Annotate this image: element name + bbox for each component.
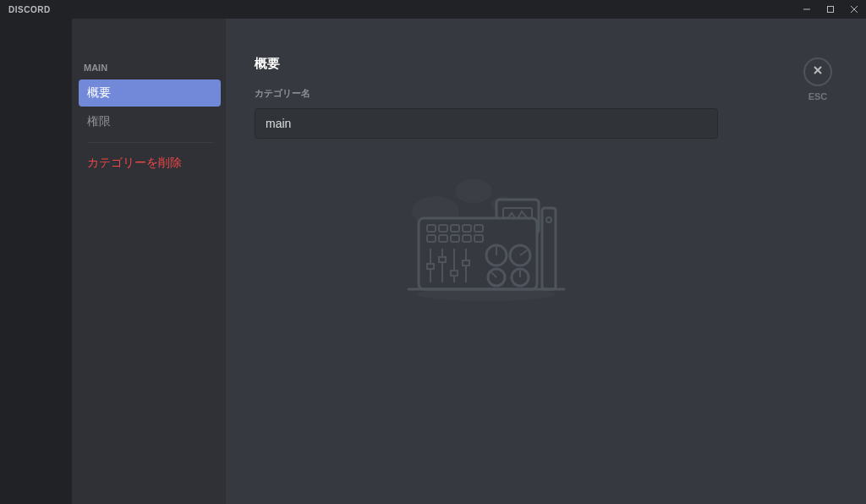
window-maximize-button[interactable] xyxy=(819,0,842,19)
window-minimize-button[interactable] xyxy=(795,0,819,19)
app-logo: DISCORD xyxy=(8,5,51,14)
category-name-input[interactable] xyxy=(255,108,718,139)
svg-rect-28 xyxy=(451,271,458,276)
category-name-label: カテゴリー名 xyxy=(255,87,815,100)
close-esc-label: ESC xyxy=(808,91,828,101)
empty-state-illustration xyxy=(255,176,718,303)
page-title: 概要 xyxy=(255,56,815,72)
sidebar-item-overview[interactable]: 概要 xyxy=(79,79,221,107)
sidebar-item-delete-category[interactable]: カテゴリーを削除 xyxy=(79,150,221,177)
svg-rect-24 xyxy=(427,264,434,269)
sidebar-section-header: MAIN xyxy=(72,58,226,78)
svg-rect-13 xyxy=(427,225,436,232)
svg-rect-20 xyxy=(451,235,459,242)
svg-rect-15 xyxy=(451,225,459,232)
svg-rect-16 xyxy=(463,225,471,232)
settings-sidebar: MAIN 概要 権限 カテゴリーを削除 xyxy=(72,19,226,504)
svg-rect-18 xyxy=(427,235,436,242)
sidebar-separator xyxy=(87,142,214,143)
svg-rect-22 xyxy=(474,235,483,242)
settings-content: 概要 カテゴリー名 xyxy=(226,19,866,504)
svg-rect-26 xyxy=(439,257,446,262)
svg-rect-30 xyxy=(463,260,469,266)
close-icon xyxy=(811,63,825,80)
svg-rect-19 xyxy=(439,235,447,242)
svg-point-4 xyxy=(455,179,492,203)
svg-rect-14 xyxy=(439,225,447,232)
svg-rect-1 xyxy=(828,7,834,13)
left-gutter xyxy=(0,19,72,504)
sidebar-item-label: 権限 xyxy=(87,114,111,128)
svg-rect-21 xyxy=(463,235,471,242)
window-close-button[interactable] xyxy=(842,0,866,19)
svg-rect-17 xyxy=(474,225,483,232)
close-button[interactable] xyxy=(803,58,832,86)
svg-rect-8 xyxy=(542,208,556,289)
sidebar-item-label: 概要 xyxy=(87,85,111,99)
sidebar-item-label: カテゴリーを削除 xyxy=(87,156,182,169)
sidebar-item-permissions[interactable]: 権限 xyxy=(79,108,221,135)
titlebar: DISCORD xyxy=(0,0,866,19)
